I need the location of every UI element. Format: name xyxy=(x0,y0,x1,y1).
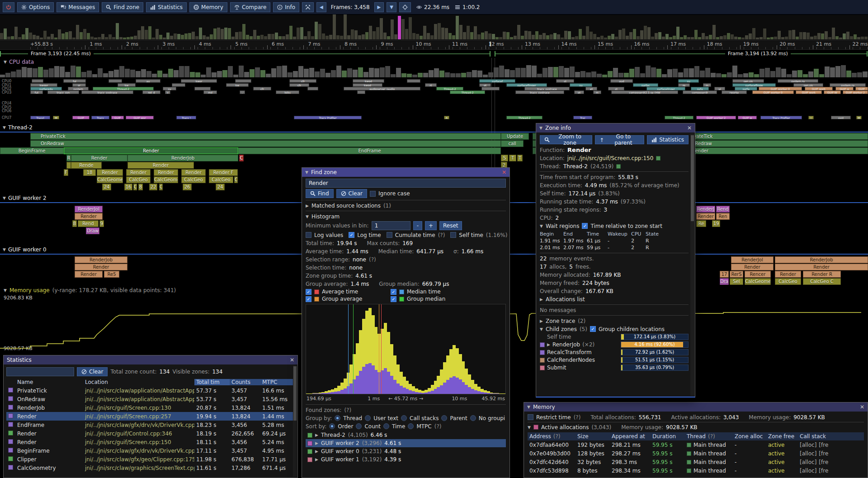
group-by-call-stacks-radio[interactable] xyxy=(401,415,407,421)
zone[interactable]: EndFrame xyxy=(238,147,501,154)
cpu-zone[interactable]: + xyxy=(165,90,170,94)
column-total-time[interactable]: Total tim xyxy=(194,379,230,385)
child-zone-row[interactable]: CalcRenderNodes51.51 μs (1.15%) xyxy=(540,357,689,363)
cpu-zone[interactable]: m xyxy=(703,83,711,87)
zone[interactable]: 8 xyxy=(138,184,143,190)
group-by-user-text-radio[interactable] xyxy=(365,415,371,421)
find-zone-input[interactable] xyxy=(306,179,506,188)
cpu-zone[interactable]: GUIF wor xyxy=(126,116,154,119)
zone[interactable]: C xyxy=(239,155,244,161)
group-median-checkbox[interactable]: ✓ xyxy=(391,296,396,302)
zone[interactable]: CalcGeome xyxy=(745,278,771,285)
group-average-checkbox[interactable]: ✓ xyxy=(306,296,311,302)
found-zone-group[interactable]: ▶GUIF worker 0(3,231)4.48 s xyxy=(306,447,506,455)
cpu-zone[interactable]: sen.sis xyxy=(793,83,823,87)
zone[interactable]: Rend xyxy=(78,220,99,227)
cpu-zone[interactable]: GUIF xyxy=(111,116,124,119)
zone[interactable]: 24 xyxy=(102,184,111,190)
zone-trace-toggle[interactable]: ▶Zone trace(2) xyxy=(540,317,689,324)
sort-by-time-radio[interactable] xyxy=(383,423,389,429)
cpu-zone[interactable] xyxy=(235,79,251,83)
zone[interactable]: 19 xyxy=(712,220,720,227)
find-zone-button[interactable]: Find zone xyxy=(102,2,143,12)
cpu-zone[interactable] xyxy=(108,79,122,83)
cpu-zone[interactable] xyxy=(481,87,500,90)
cpu-zone[interactable]: surfac xyxy=(633,83,658,87)
cpu-zone[interactable]: aud xyxy=(610,79,633,83)
allocation-row[interactable]: 0x7e049b3d00128 bytes298.27 ms59.95 sMai… xyxy=(528,449,864,458)
tools-button[interactable] xyxy=(302,2,314,12)
info-button[interactable]: Info xyxy=(273,2,299,12)
cpu-zone[interactable]: su xyxy=(570,83,592,87)
cpu-zone[interactable]: fut xyxy=(30,90,43,94)
cpu-zone[interactable] xyxy=(357,90,365,94)
cpu-zone[interactable]: ot xyxy=(574,90,584,94)
allocation-row[interactable]: 0x7dfaa64e00192 bytes298.21 ms59.95 sMai… xyxy=(528,440,864,449)
zone[interactable]: RenderJob xyxy=(75,256,127,263)
frame-markers-row[interactable]: Frame 3,193 (22.45 ms)Frame 3,194 (13.92… xyxy=(0,50,868,58)
help-icon[interactable]: (?) xyxy=(369,256,376,263)
zone[interactable]: C xyxy=(159,184,163,190)
zone[interactable]: CalcGeome xyxy=(154,176,178,183)
zone[interactable]: CalcGeo C xyxy=(803,278,841,285)
cpu-zone[interactable]: Trac xyxy=(573,116,592,119)
close-icon[interactable]: ✕ xyxy=(860,404,864,410)
cpu-zone[interactable]: su xyxy=(678,79,699,83)
frame-overview-strip[interactable] xyxy=(0,15,868,40)
zone[interactable]: Re5 xyxy=(104,271,119,278)
zone[interactable]: Render F xyxy=(209,169,238,176)
zone[interactable]: 26 xyxy=(183,184,192,190)
zone[interactable]: T xyxy=(509,155,516,161)
zone[interactable]: Render xyxy=(127,162,194,169)
zone[interactable] xyxy=(66,162,71,169)
zone[interactable]: CalcGeo xyxy=(181,176,206,183)
column-counts[interactable]: Counts xyxy=(230,379,260,385)
statistics-row[interactable]: CalcGeometryjni/../jni/src/claw/graphics… xyxy=(6,464,295,472)
relative-time-checkbox[interactable]: ✓ xyxy=(582,223,588,229)
zone[interactable]: Render R xyxy=(803,271,841,278)
frame-menu-button[interactable]: ▼ xyxy=(387,2,396,12)
cpu-zone[interactable]: ro xyxy=(678,83,690,87)
cpu-zone[interactable]: kwod xyxy=(353,79,384,83)
find-button[interactable]: Find xyxy=(306,189,334,198)
cpu-zone[interactable]: M xyxy=(53,116,59,119)
cpu-zone[interactable]: sr xyxy=(72,83,86,87)
cpu-zone[interactable]: GUIF worker 0 xyxy=(759,87,802,90)
cpu-zone[interactable]: ot xyxy=(479,83,491,87)
zone[interactable]: 18 xyxy=(83,169,96,176)
cpu-zone[interactable]: ui xyxy=(714,87,725,90)
cpu-zone[interactable]: composer@2.1-se (HW xyxy=(611,90,678,94)
zone[interactable]: call xyxy=(501,140,524,147)
zone[interactable]: S xyxy=(501,155,508,161)
statistics-row[interactable]: Renderjni/../jni/src/guif/Screen.cpp:150… xyxy=(6,438,295,446)
wait-regions-toggle[interactable]: ▼ Wait regions ✓ Time relative to zone s… xyxy=(540,222,689,229)
cpu-zone[interactable]: rot_d xyxy=(142,90,160,94)
cpu-zone[interactable]: GUIF work xyxy=(796,90,822,94)
compare-button[interactable]: Compare xyxy=(230,2,270,12)
zone[interactable]: Rende xyxy=(71,162,102,169)
median-time-checkbox[interactable]: ✓ xyxy=(391,289,396,295)
zone[interactable]: CalcGeome xyxy=(97,176,123,183)
zone[interactable]: Render xyxy=(775,271,801,278)
found-zone-group[interactable]: ▶GUIF worker 2(3,296)4.61 s xyxy=(306,439,506,447)
zone[interactable]: Render xyxy=(731,264,774,270)
cpu-zone[interactable]: Trasyl xyxy=(30,116,50,119)
statistics-row[interactable]: Renderjni/../jni/src/guif/Screen.cpp:257… xyxy=(6,412,295,421)
power-button[interactable] xyxy=(3,2,14,12)
self-time-checkbox[interactable] xyxy=(450,232,456,238)
cpu-zone[interactable]: system.ra xyxy=(778,79,818,83)
focus-frame-button[interactable] xyxy=(399,2,411,12)
memory-titlebar[interactable]: ▼ Memory ✕ xyxy=(524,402,868,412)
zone[interactable]: PrivateTick xyxy=(30,133,501,140)
zone[interactable]: Render xyxy=(696,213,715,220)
reset-button[interactable]: Reset xyxy=(439,221,462,230)
histogram-toggle[interactable]: ▼ Histogram xyxy=(306,213,506,220)
thread-header-guif-worker-0[interactable]: ▼GUIF worker 0 xyxy=(3,246,47,253)
zone[interactable]: Dra xyxy=(720,278,729,285)
cpu-zone[interactable]: sufa xyxy=(691,87,709,90)
zone[interactable]: 22 xyxy=(149,184,157,190)
frame-marker[interactable]: Frame 3,194 (13.92 ms) xyxy=(495,51,868,57)
zone-info-titlebar[interactable]: ▼ Zone info ✕ xyxy=(536,123,695,133)
filter-zones-input[interactable] xyxy=(6,367,74,376)
cpu-data-header[interactable]: ▼ CPU data xyxy=(4,59,34,65)
